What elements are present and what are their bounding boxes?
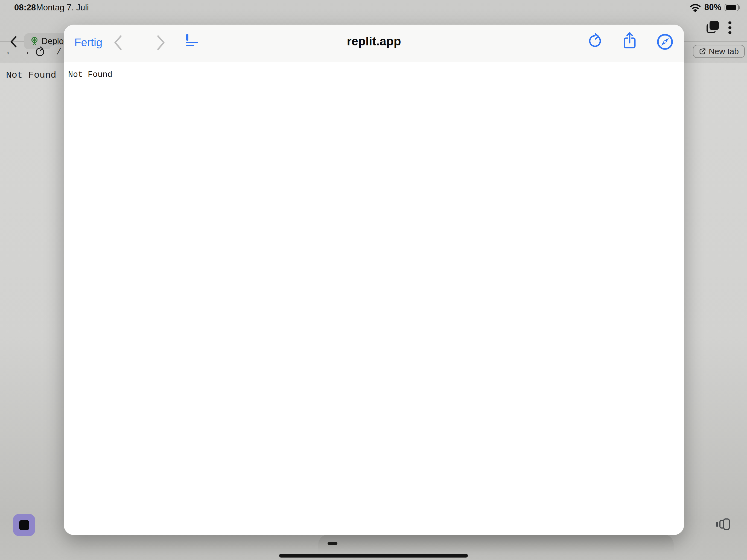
overflow-menu-icon[interactable] bbox=[728, 21, 731, 34]
external-link-icon bbox=[699, 48, 706, 55]
sheet-share-icon[interactable] bbox=[623, 32, 637, 50]
safari-sheet: Fertig replit.app bbox=[64, 25, 684, 535]
background-page-text: Not Found bbox=[6, 70, 56, 80]
done-button[interactable]: Fertig bbox=[74, 36, 102, 49]
background-bottom-sheet bbox=[318, 535, 674, 552]
dock-app-button[interactable] bbox=[13, 514, 35, 536]
reload-icon[interactable] bbox=[34, 47, 45, 57]
ipad-screen: 08:28 Montag 7. Juli 80% bbox=[0, 0, 747, 560]
wifi-icon bbox=[690, 3, 701, 12]
home-indicator[interactable] bbox=[279, 554, 468, 558]
sheet-reload-icon[interactable] bbox=[587, 33, 602, 49]
clock: 08:28 bbox=[14, 3, 36, 12]
dock-app-glyph bbox=[19, 520, 29, 530]
battery-icon bbox=[725, 4, 739, 11]
sheet-back-icon[interactable] bbox=[113, 35, 122, 51]
new-tab-label: New tab bbox=[709, 47, 739, 56]
battery-percent: 80% bbox=[704, 2, 721, 12]
safari-sheet-header: Fertig replit.app bbox=[64, 25, 684, 62]
address-path: / bbox=[56, 47, 61, 57]
sheet-page-text: Not Found bbox=[68, 70, 112, 79]
status-indicators: 80% bbox=[690, 2, 739, 12]
status-bar: 08:28 Montag 7. Juli 80% bbox=[0, 0, 747, 14]
sheet-page-title: replit.app bbox=[347, 34, 401, 48]
history-back-icon[interactable]: ← bbox=[5, 46, 15, 56]
tab-overview-icon[interactable] bbox=[706, 21, 719, 33]
sheet-forward-icon[interactable] bbox=[157, 35, 165, 51]
reader-format-icon[interactable] bbox=[186, 35, 198, 49]
sheet-page-content: Not Found bbox=[64, 62, 684, 87]
history-forward-icon[interactable]: → bbox=[20, 46, 31, 56]
multitask-icon[interactable] bbox=[716, 518, 732, 531]
sheet-open-in-safari-icon[interactable] bbox=[656, 33, 673, 50]
date: Montag 7. Juli bbox=[36, 3, 89, 12]
keyboard-dash bbox=[328, 542, 337, 545]
new-tab-button[interactable]: New tab bbox=[693, 45, 745, 58]
